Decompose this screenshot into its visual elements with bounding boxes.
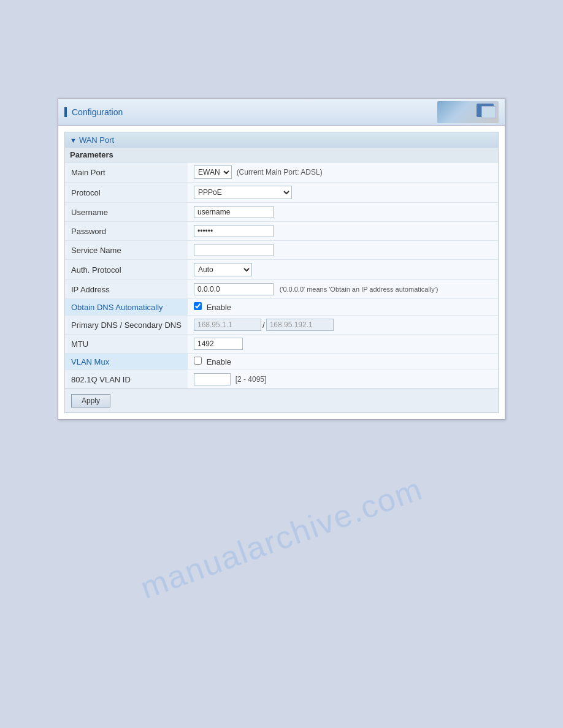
ip-address-note: ('0.0.0.0' means 'Obtain an IP address a… <box>280 286 439 293</box>
vlan-mux-label: VLAN Mux <box>65 354 188 370</box>
mtu-input[interactable] <box>194 338 243 350</box>
obtain-dns-label: Obtain DNS Automatically <box>65 299 188 316</box>
main-port-note: (Current Main Port: ADSL) <box>237 168 323 176</box>
config-title: Configuration <box>64 107 123 117</box>
vlan-id-label: 802.1Q VLAN ID <box>65 370 188 389</box>
password-label: Password <box>65 222 188 241</box>
auth-protocol-row: Auth. Protocol Auto PAP CHAP MS-CHAPv1 M… <box>65 260 498 280</box>
password-input[interactable] <box>194 225 274 237</box>
auth-protocol-label: Auth. Protocol <box>65 260 188 280</box>
wan-port-section-header[interactable]: ▼ WAN Port <box>65 132 498 148</box>
dns-field: / <box>188 316 498 335</box>
dns-separator: / <box>262 320 265 330</box>
ip-address-input[interactable] <box>194 283 274 295</box>
main-port-row: Main Port EWAN ADSL (Current Main Port: … <box>65 162 498 183</box>
protocol-field: PPPoE DHCP Static PPTP L2TP <box>188 183 498 203</box>
mtu-field <box>188 335 498 354</box>
main-port-field: EWAN ADSL (Current Main Port: ADSL) <box>188 162 498 183</box>
username-field <box>188 203 498 222</box>
dns-label: Primary DNS / Secondary DNS <box>65 316 188 335</box>
username-label: Username <box>65 203 188 222</box>
auth-protocol-select[interactable]: Auto PAP CHAP MS-CHAPv1 MS-CHAPv2 <box>194 263 252 276</box>
wan-port-section: ▼ WAN Port Parameters Main Port EWAN ADS… <box>64 132 499 413</box>
main-port-label: Main Port <box>65 162 188 183</box>
form-table: Main Port EWAN ADSL (Current Main Port: … <box>65 162 498 389</box>
secondary-dns-input[interactable] <box>266 319 334 331</box>
obtain-dns-row: Obtain DNS Automatically Enable <box>65 299 498 316</box>
vlan-mux-row: VLAN Mux Enable <box>65 354 498 370</box>
watermark: manualarchive.com <box>136 470 427 606</box>
primary-dns-input[interactable] <box>194 319 261 331</box>
protocol-label: Protocol <box>65 183 188 203</box>
password-field <box>188 222 498 241</box>
obtain-dns-checkbox-label: Enable <box>207 303 231 312</box>
service-name-field <box>188 241 498 260</box>
protocol-select[interactable]: PPPoE DHCP Static PPTP L2TP <box>194 186 292 199</box>
ip-address-field: ('0.0.0.0' means 'Obtain an IP address a… <box>188 280 498 299</box>
config-header: Configuration <box>58 99 505 126</box>
vlan-mux-checkbox[interactable] <box>194 357 202 365</box>
dns-row: Primary DNS / Secondary DNS / <box>65 316 498 335</box>
vlan-mux-checkbox-label: Enable <box>207 357 231 366</box>
vlan-id-field: [2 - 4095] <box>188 370 498 389</box>
collapse-arrow-icon: ▼ <box>70 137 77 144</box>
protocol-row: Protocol PPPoE DHCP Static PPTP L2TP <box>65 183 498 203</box>
vlan-id-range: [2 - 4095] <box>236 375 267 384</box>
service-name-input[interactable] <box>194 244 274 256</box>
wan-port-title: WAN Port <box>79 135 114 145</box>
ip-address-row: IP Address ('0.0.0.0' means 'Obtain an I… <box>65 280 498 299</box>
mtu-label: MTU <box>65 335 188 354</box>
main-port-select[interactable]: EWAN ADSL <box>194 165 232 179</box>
config-panel: Configuration ▼ WAN Port Parameters Main… <box>58 98 505 420</box>
header-image <box>437 101 499 123</box>
service-name-label: Service Name <box>65 241 188 260</box>
vlan-id-row: 802.1Q VLAN ID [2 - 4095] <box>65 370 498 389</box>
vlan-mux-field: Enable <box>188 354 498 370</box>
ip-address-label: IP Address <box>65 280 188 299</box>
obtain-dns-field: Enable <box>188 299 498 316</box>
username-input[interactable] <box>194 206 274 218</box>
dns-inputs: / <box>194 319 492 331</box>
vlan-id-input[interactable] <box>194 373 231 385</box>
service-name-row: Service Name <box>65 241 498 260</box>
auth-protocol-field: Auto PAP CHAP MS-CHAPv1 MS-CHAPv2 <box>188 260 498 280</box>
apply-row: Apply <box>65 389 498 412</box>
mtu-row: MTU <box>65 335 498 354</box>
apply-button[interactable]: Apply <box>71 394 110 408</box>
password-row: Password <box>65 222 498 241</box>
username-row: Username <box>65 203 498 222</box>
params-header: Parameters <box>65 148 498 162</box>
obtain-dns-checkbox[interactable] <box>194 302 202 310</box>
